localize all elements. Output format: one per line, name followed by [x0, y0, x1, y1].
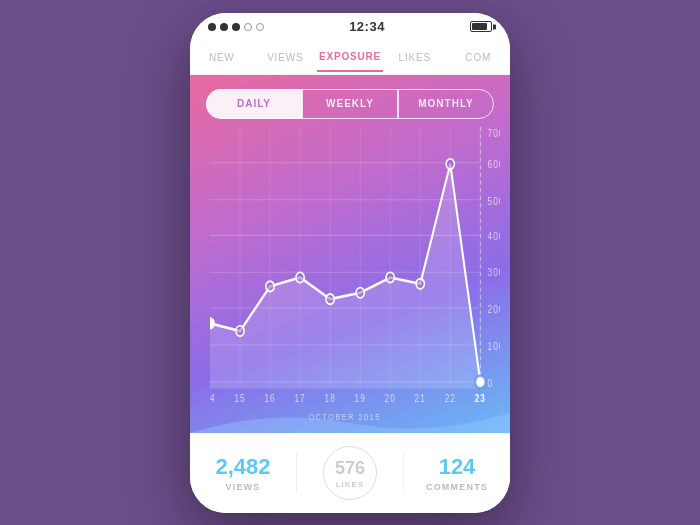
- dot-2: [220, 23, 228, 31]
- svg-text:0: 0: [488, 378, 494, 389]
- chart-point-23-active: [475, 375, 485, 388]
- chart-point-22: [446, 158, 454, 168]
- signal-dots: [208, 23, 264, 31]
- likes-label: LIKES: [336, 480, 365, 489]
- stat-comments: 124 COMMENTS: [404, 454, 510, 492]
- svg-text:200: 200: [488, 304, 500, 315]
- dot-4: [244, 23, 252, 31]
- chart-point-18: [326, 294, 334, 304]
- dot-5: [256, 23, 264, 31]
- chart-point-21: [416, 278, 424, 288]
- status-time: 12:34: [349, 19, 385, 34]
- likes-circle: 576 LIKES: [323, 446, 377, 500]
- dot-3: [232, 23, 240, 31]
- period-daily[interactable]: DAILY: [206, 89, 302, 119]
- period-monthly[interactable]: MONTHLY: [398, 89, 494, 119]
- comments-label: COMMENTS: [426, 482, 488, 492]
- battery-level: [472, 23, 487, 30]
- chart-container: 0 100 200 300 400 500 600 700: [190, 127, 510, 433]
- chart-point-20: [386, 272, 394, 282]
- phone-frame: 12:34 NEW VIEWS EXPOSURE LIKES COM DAILY…: [190, 13, 510, 513]
- svg-text:700: 700: [488, 128, 500, 139]
- chart-point-19: [356, 287, 364, 297]
- svg-text:100: 100: [488, 341, 500, 352]
- status-bar: 12:34: [190, 13, 510, 41]
- wave-bottom: [190, 403, 510, 433]
- stats-bar: 2,482 VIEWS 576 LIKES 124 COMMENTS: [190, 433, 510, 513]
- views-value: 2,482: [215, 454, 270, 480]
- chart-fill: [210, 163, 480, 387]
- likes-value: 576: [335, 458, 365, 479]
- chart-point-14: [210, 318, 214, 328]
- dot-1: [208, 23, 216, 31]
- chart-point-16: [266, 281, 274, 291]
- svg-text:500: 500: [488, 195, 500, 206]
- period-selector: DAILY WEEKLY MONTHLY: [190, 75, 510, 127]
- svg-text:300: 300: [488, 267, 500, 278]
- tab-new[interactable]: NEW: [190, 44, 254, 71]
- stat-likes: 576 LIKES: [297, 446, 403, 500]
- chart-point-15: [236, 325, 244, 335]
- tab-likes[interactable]: LIKES: [383, 44, 447, 71]
- svg-text:400: 400: [488, 231, 500, 242]
- battery-icon: [470, 21, 492, 32]
- chart-svg: 0 100 200 300 400 500 600 700: [210, 127, 500, 433]
- tab-views[interactable]: VIEWS: [254, 44, 318, 71]
- comments-value: 124: [439, 454, 476, 480]
- nav-tabs: NEW VIEWS EXPOSURE LIKES COM: [190, 41, 510, 75]
- views-label: VIEWS: [225, 482, 260, 492]
- period-weekly[interactable]: WEEKLY: [302, 89, 398, 119]
- tab-com[interactable]: COM: [446, 44, 510, 71]
- svg-text:600: 600: [488, 159, 500, 170]
- chart-area: DAILY WEEKLY MONTHLY: [190, 75, 510, 433]
- chart-point-17: [296, 272, 304, 282]
- stat-views: 2,482 VIEWS: [190, 454, 296, 492]
- tab-exposure[interactable]: EXPOSURE: [317, 43, 383, 72]
